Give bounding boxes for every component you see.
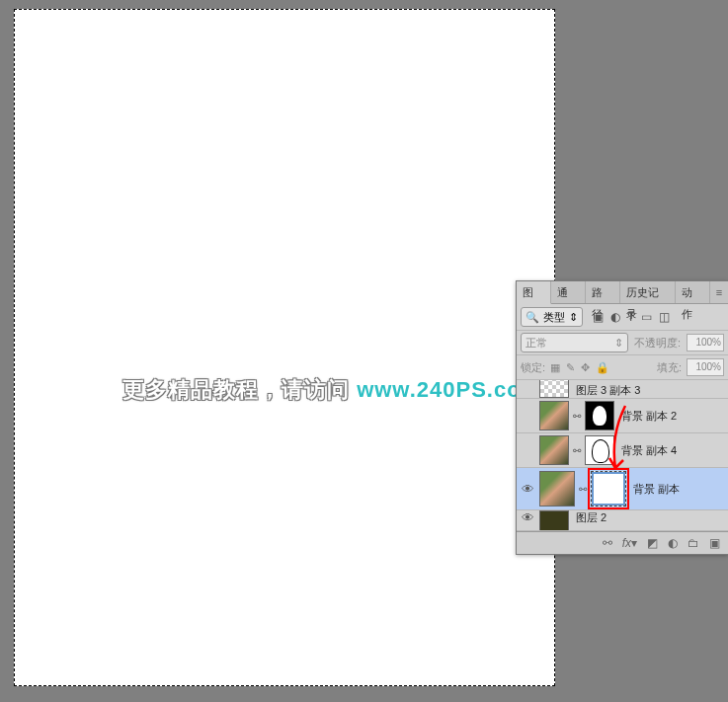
layer-name[interactable]: 背景 副本 2 — [621, 409, 677, 424]
chevron-updown-icon: ⇕ — [614, 337, 623, 350]
blend-mode-value: 正常 — [526, 336, 547, 351]
filter-smart-icon[interactable]: ◫ — [659, 310, 670, 324]
tab-channels[interactable]: 通道 — [551, 281, 586, 303]
tab-history[interactable]: 历史记录 — [620, 281, 677, 303]
tab-actions[interactable]: 动作 — [676, 281, 710, 303]
eye-icon: 👁 — [522, 409, 534, 424]
layers-panel-footer: ⚯ fx▾ ◩ ◐ 🗀 ▣ — [517, 531, 728, 554]
filter-type-icon[interactable]: T — [627, 310, 634, 324]
watermark-text: 更多精品教程，请访问 www.240PS.com — [122, 375, 541, 405]
lock-label: 锁定: — [521, 360, 545, 375]
search-icon: 🔍 — [526, 311, 539, 324]
layer-name[interactable]: 图层 2 — [576, 510, 607, 525]
layer-name[interactable]: 图层 3 副本 3 — [576, 383, 640, 398]
lock-icons: ▦ ✎ ✥ 🔒 — [550, 361, 609, 374]
tab-paths[interactable]: 路径 — [586, 281, 620, 303]
layer-thumbnail[interactable] — [539, 510, 569, 531]
tab-layers[interactable]: 图层 — [517, 281, 551, 304]
add-mask-icon[interactable]: ◩ — [647, 536, 658, 550]
eye-icon: 👁 — [522, 510, 534, 525]
watermark-label: 更多精品教程，请访问 — [122, 377, 357, 402]
fill-label: 填充: — [657, 360, 682, 375]
layer-thumbnail[interactable] — [539, 401, 569, 430]
layers-list[interactable]: 👁 图层 3 副本 3 👁 ⚯ 背景 副本 2 👁 ⚯ 背景 副本 4 👁 ⚯ … — [517, 380, 728, 531]
filter-row: 🔍 类型 ⇕ ▣ ◐ T ▭ ◫ — [517, 304, 728, 331]
filter-kind-select[interactable]: 🔍 类型 ⇕ — [521, 307, 583, 327]
opacity-label: 不透明度: — [634, 336, 681, 351]
mask-thumbnail[interactable] — [585, 401, 614, 430]
layers-panel: 图层 通道 路径 历史记录 动作 ≡ 🔍 类型 ⇕ ▣ ◐ T ▭ ◫ 正常 ⇕… — [516, 280, 728, 555]
mask-link-icon[interactable]: ⚯ — [572, 411, 582, 422]
blend-row: 正常 ⇕ 不透明度: 100% — [517, 331, 728, 355]
mask-thumbnail[interactable] — [585, 435, 614, 465]
visibility-toggle[interactable]: 👁 — [519, 510, 536, 525]
link-layers-icon[interactable]: ⚯ — [603, 536, 612, 550]
lock-position-icon[interactable]: ✥ — [581, 361, 590, 374]
lock-row: 锁定: ▦ ✎ ✥ 🔒 填充: 100% — [517, 355, 728, 380]
watermark-url: www.240PS.com — [357, 377, 541, 402]
canvas-document[interactable] — [14, 9, 555, 686]
mask-thumbnail[interactable] — [591, 471, 626, 507]
layer-name[interactable]: 背景 副本 4 — [621, 443, 677, 458]
layer-fx-icon[interactable]: fx▾ — [622, 536, 637, 550]
mask-link-icon[interactable]: ⚯ — [578, 484, 588, 495]
blend-mode-select[interactable]: 正常 ⇕ — [521, 333, 628, 352]
opacity-field[interactable]: 100% — [687, 334, 724, 351]
visibility-toggle[interactable]: 👁 — [519, 482, 536, 497]
eye-icon: 👁 — [522, 443, 534, 458]
panel-menu-icon[interactable]: ≡ — [710, 286, 728, 298]
layer-name[interactable]: 背景 副本 — [633, 482, 680, 497]
layer-row[interactable]: 👁 图层 3 副本 3 — [517, 380, 728, 399]
lock-all-icon[interactable]: 🔒 — [596, 361, 609, 374]
filter-kind-label: 类型 — [543, 310, 565, 325]
lock-paint-icon[interactable]: ✎ — [566, 361, 575, 374]
new-group-icon[interactable]: 🗀 — [688, 536, 699, 550]
layer-row[interactable]: 👁 图层 2 — [517, 510, 728, 531]
panel-tabs: 图层 通道 路径 历史记录 动作 ≡ — [517, 281, 728, 304]
layer-thumbnail[interactable] — [539, 435, 569, 465]
layer-thumbnail[interactable] — [539, 380, 569, 398]
layer-row[interactable]: 👁 ⚯ 背景 副本 — [517, 468, 728, 510]
eye-icon: 👁 — [522, 482, 534, 497]
visibility-toggle[interactable]: 👁 — [519, 409, 536, 424]
eye-icon: 👁 — [522, 383, 534, 398]
filter-pixel-icon[interactable]: ▣ — [593, 310, 604, 324]
layer-thumbnail[interactable] — [539, 471, 575, 507]
visibility-toggle[interactable]: 👁 — [519, 383, 536, 398]
filter-shape-icon[interactable]: ▭ — [641, 310, 652, 324]
filter-type-icons: ▣ ◐ T ▭ ◫ — [593, 310, 670, 324]
lock-transparency-icon[interactable]: ▦ — [550, 361, 560, 374]
adjustment-layer-icon[interactable]: ◐ — [668, 536, 678, 550]
fill-field[interactable]: 100% — [687, 358, 724, 376]
new-layer-icon[interactable]: ▣ — [709, 536, 720, 550]
visibility-toggle[interactable]: 👁 — [519, 443, 536, 458]
filter-adjust-icon[interactable]: ◐ — [610, 310, 620, 324]
mask-link-icon[interactable]: ⚯ — [572, 445, 582, 456]
chevron-updown-icon: ⇕ — [569, 311, 578, 324]
layer-row[interactable]: 👁 ⚯ 背景 副本 2 — [517, 399, 728, 433]
layer-row[interactable]: 👁 ⚯ 背景 副本 4 — [517, 433, 728, 468]
